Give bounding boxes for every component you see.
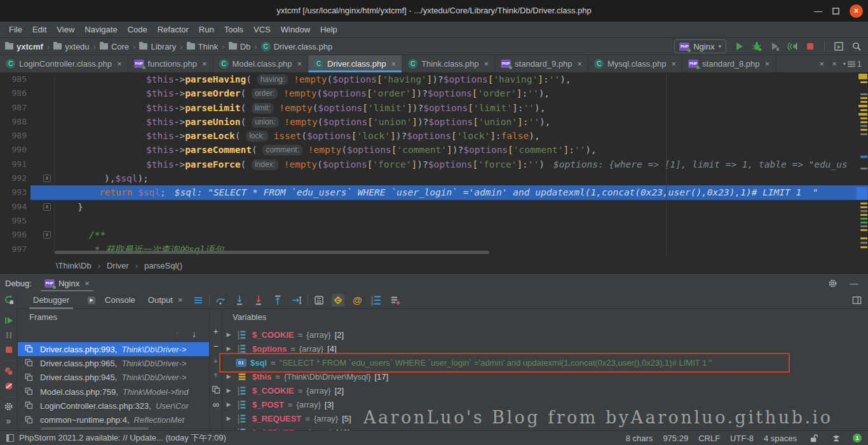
stripe-mark[interactable] — [860, 81, 867, 83]
gutter-fold-column[interactable] — [31, 115, 55, 129]
editor-breadcrumb-item[interactable]: Driver — [107, 261, 129, 270]
stripe-mark[interactable] — [860, 168, 867, 169]
hidden-tabs-dropdown[interactable]: ▾1 — [843, 59, 862, 69]
stripe-mark[interactable] — [860, 203, 867, 204]
step-into-icon[interactable] — [233, 294, 246, 307]
status-line-ending[interactable]: CRLF — [698, 434, 720, 443]
gutter-fold-column[interactable] — [31, 129, 55, 143]
line-number[interactable]: 994 — [0, 200, 31, 214]
stripe-mark[interactable] — [860, 242, 867, 244]
line-number[interactable]: 996 — [0, 228, 31, 242]
stripe-mark[interactable] — [858, 113, 867, 116]
error-stripe[interactable] — [857, 72, 868, 256]
tab-functions-php[interactable]: PHPfunctions.php× — [128, 55, 214, 72]
menu-item-navigate[interactable]: Navigate — [79, 22, 122, 38]
stripe-mark[interactable] — [860, 129, 867, 131]
code-text[interactable]: $this->parseUnion( union: !empty($option… — [55, 115, 868, 129]
line-number[interactable]: 991 — [0, 157, 31, 171]
code-line-993[interactable]: 993return $sql;$sql: "SELECT * FROM `edu… — [0, 185, 868, 199]
tab-close-icon[interactable]: × — [178, 291, 183, 309]
gutter-fold-column[interactable]: ∧ — [31, 171, 55, 185]
step-out-icon[interactable] — [271, 294, 284, 307]
stripe-mark[interactable] — [860, 109, 867, 111]
expand-arrow-icon[interactable]: ▶ — [226, 331, 232, 338]
gutter-fold-column[interactable] — [31, 185, 55, 199]
tab-Driver-class-php[interactable]: CDriver.class.php× — [308, 55, 402, 72]
tab-Model-class-php[interactable]: CModel.class.php× — [214, 55, 309, 72]
stripe-mark[interactable] — [860, 229, 867, 231]
menu-item-view[interactable]: View — [51, 22, 79, 38]
tab-Think-class-php[interactable]: CThink.class.php× — [402, 55, 495, 72]
status-selection-chars[interactable]: 8 chars — [626, 434, 653, 443]
variable-row[interactable]: ▶123$_COOKIE={array}[2] — [222, 328, 868, 342]
listen-debug-icon[interactable] — [786, 40, 799, 53]
stripe-mark[interactable] — [860, 246, 867, 248]
stripe-mark[interactable] — [858, 74, 867, 79]
code-editor[interactable]: 985$this->parseHaving( having: !empty($o… — [0, 72, 868, 256]
editor-breadcrumb-item[interactable]: \Think\Db — [56, 261, 92, 270]
gutter-fold-column[interactable] — [31, 143, 55, 157]
minimize-icon[interactable]: — — [814, 6, 822, 16]
stripe-mark[interactable] — [860, 93, 867, 95]
gutter-fold-column[interactable] — [31, 157, 55, 171]
code-line-987[interactable]: 987$this->parseLimit( limit: !empty($opt… — [0, 101, 868, 115]
tab-close-icon[interactable]: × — [820, 59, 825, 69]
menu-item-refactor[interactable]: Refactor — [153, 22, 194, 38]
status-message[interactable]: PhpStorm 2021.2 available: // Update... … — [19, 432, 226, 444]
expand-arrow-icon[interactable]: ▶ — [226, 373, 232, 380]
stripe-mark[interactable] — [860, 222, 867, 223]
force-step-into-icon[interactable] — [252, 294, 265, 307]
gutter-fold-column[interactable] — [31, 214, 55, 228]
status-encoding[interactable]: UTF-8 — [730, 434, 754, 443]
code-text[interactable]: $this->parseLock( lock: isset($options['… — [55, 129, 868, 143]
code-line-986[interactable]: 986$this->parseOrder( order: !empty($opt… — [0, 86, 868, 100]
stripe-mark[interactable] — [860, 97, 867, 99]
move-down-icon[interactable]: ▼ — [211, 371, 221, 380]
code-line-985[interactable]: 985$this->parseHaving( having: !empty($o… — [0, 72, 868, 86]
stop-icon[interactable] — [804, 40, 817, 53]
hide-icon[interactable]: — — [848, 277, 860, 289]
gutter-fold-column[interactable] — [31, 242, 55, 256]
pause-icon[interactable] — [3, 330, 15, 340]
line-number[interactable]: 988 — [0, 115, 31, 129]
stripe-mark[interactable] — [858, 105, 867, 107]
stripe-mark[interactable] — [860, 133, 867, 135]
frame-up-icon[interactable]: ↑ — [175, 329, 180, 338]
code-text[interactable]: } — [55, 200, 868, 214]
stripe-mark[interactable] — [860, 225, 867, 227]
add-to-watches-icon[interactable] — [389, 294, 402, 307]
stripe-mark[interactable] — [860, 156, 867, 158]
show-values-inline-icon[interactable]: 123 — [370, 294, 383, 307]
frames-horizontal-scrollbar[interactable] — [41, 427, 149, 430]
run-config-selector[interactable]: PHP Nginx ▾ — [674, 39, 726, 53]
debug-tab-console[interactable]: Console — [76, 291, 142, 309]
line-number[interactable]: 993 — [0, 185, 31, 199]
gear-icon[interactable] — [3, 402, 15, 411]
stripe-mark[interactable] — [860, 121, 867, 123]
code-text[interactable]: ),$sql); — [55, 171, 868, 185]
mail-icon[interactable]: @ — [351, 294, 363, 307]
expand-arrow-icon[interactable]: ▶ — [226, 415, 232, 422]
code-line-991[interactable]: 991$this->parseForce( index: !empty($opt… — [0, 157, 868, 171]
frame-row[interactable]: LoginController.class.php:323,User\Cor — [18, 399, 209, 413]
frame-down-icon[interactable]: ↓ — [192, 329, 196, 338]
layout-menu-icon[interactable] — [192, 294, 205, 307]
resume-icon[interactable] — [3, 315, 15, 326]
fold-marker-icon[interactable]: ∧ — [43, 175, 51, 182]
frame-row[interactable]: Model.class.php:759,Think\Model->find — [18, 385, 209, 399]
gutter-fold-column[interactable] — [31, 86, 55, 100]
rerun-icon[interactable] — [3, 295, 15, 305]
breadcrumb-item-db[interactable]: Db — [229, 42, 251, 51]
gutter-fold-column[interactable] — [31, 72, 55, 86]
tab-close-icon[interactable]: × — [832, 59, 837, 69]
tab-close-icon[interactable]: × — [117, 59, 122, 69]
mute-breakpoints-icon[interactable] — [3, 381, 15, 391]
menu-item-tools[interactable]: Tools — [219, 22, 248, 38]
menu-item-run[interactable]: Run — [194, 22, 219, 38]
code-line-994[interactable]: 994∧} — [0, 200, 868, 214]
menu-item-vcs[interactable]: VCS — [248, 22, 276, 38]
menu-item-window[interactable]: Window — [276, 22, 315, 38]
tab-close-icon[interactable]: × — [764, 59, 770, 69]
stripe-mark[interactable] — [860, 218, 867, 220]
search-icon[interactable] — [850, 40, 863, 53]
